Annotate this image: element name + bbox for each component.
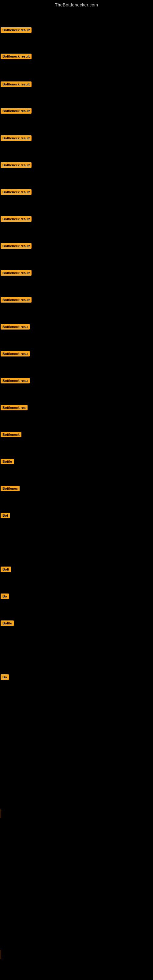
- site-title: TheBottlenecker.com: [0, 0, 153, 10]
- bottleneck-badge: Bottleneck result: [1, 297, 32, 302]
- bottleneck-badge: Bottleneck: [1, 432, 21, 438]
- bottleneck-badge: Bottleneck res: [1, 405, 27, 410]
- bottleneck-badge: Bot: [1, 513, 10, 518]
- bottleneck-badge: Bottleneck result: [1, 162, 32, 168]
- bottleneck-badge: Bo: [1, 593, 9, 599]
- vertical-line: [1, 950, 1, 959]
- bottleneck-badge: Bottlenec: [1, 486, 19, 491]
- vertical-line: [1, 809, 1, 818]
- bottleneck-badge: Bottleneck result: [1, 270, 32, 275]
- bottleneck-badge: Bottleneck result: [1, 54, 32, 59]
- bottleneck-badge: Bottleneck result: [1, 243, 32, 249]
- bottleneck-badge: Bottleneck result: [1, 108, 32, 114]
- bottleneck-badge: Bottleneck result: [1, 189, 32, 195]
- bottleneck-badge: Bottleneck result: [1, 216, 32, 222]
- bottleneck-badge: Bott: [1, 566, 11, 572]
- bottleneck-badge: Bottle: [1, 459, 14, 464]
- bottleneck-badge: Bottleneck result: [1, 81, 32, 87]
- bottleneck-badge: Bottleneck resu: [1, 324, 30, 329]
- bottleneck-badge: Bottleneck result: [1, 135, 32, 141]
- bottleneck-badge: Bottle: [1, 620, 14, 626]
- bottleneck-badge: Bo: [1, 675, 9, 680]
- bottleneck-badge: Bottleneck resu: [1, 351, 30, 356]
- bottleneck-badge: Bottleneck resu: [1, 378, 30, 383]
- bottleneck-badge: Bottleneck result: [1, 27, 32, 33]
